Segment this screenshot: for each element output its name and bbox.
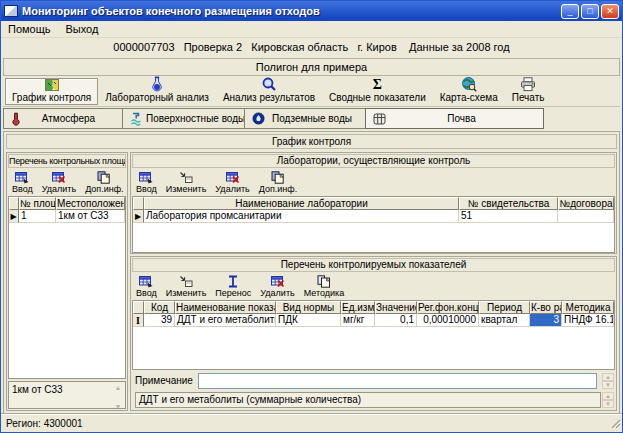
extra-info-icon	[271, 170, 285, 184]
indicators-edit-button[interactable]: Изменить	[166, 274, 207, 300]
title-bar: Мониторинг объектов конечного размещения…	[1, 1, 622, 21]
sites-table-row[interactable]: ▶ 1 1км от С33	[9, 210, 125, 223]
spinner-up-icon[interactable]: ▲	[602, 373, 614, 381]
spinner-down-icon[interactable]: ▼	[602, 381, 614, 389]
tab-surface-water-label: Поверхностные воды	[146, 113, 245, 124]
results-analysis-button[interactable]: Анализ результатов	[216, 78, 322, 105]
maximize-button[interactable]: □	[581, 4, 599, 19]
labs-info-button[interactable]: Доп.инф.	[259, 170, 297, 196]
sites-button-row: Ввод Удалить Доп.инф.	[7, 169, 127, 196]
sites-delete-button[interactable]: Удалить	[42, 170, 76, 196]
spinner-up-icon[interactable]: ▲	[602, 392, 614, 400]
schedule-button[interactable]: График контроля	[5, 78, 98, 105]
lab-name-cell[interactable]: Лаборатория промсанитарии	[144, 210, 459, 223]
site-location-memo[interactable]: 1км от С33	[8, 381, 126, 409]
indicators-method-button[interactable]: Методика	[304, 274, 345, 300]
fullname-spinner[interactable]: ▲ ▼	[602, 392, 614, 408]
close-button[interactable]: ✕	[601, 4, 619, 19]
indicator-times-cell-selected[interactable]: 3	[530, 314, 562, 327]
labs-delete-button-label: Удалить	[215, 184, 249, 194]
column-header-selector	[133, 301, 144, 314]
labs-add-button[interactable]: Ввод	[136, 170, 157, 196]
column-header-selector	[133, 197, 144, 210]
indicators-button-row: Ввод Изменить Перенос Удалить Методика	[131, 273, 616, 300]
tab-groundwater-label: Подземные воды	[269, 113, 365, 124]
indicators-table: Код Наименование показателя Вид нормы Ед…	[132, 300, 615, 370]
tab-surface-water[interactable]: Поверхностные воды	[122, 108, 245, 129]
column-header-norm-type: Вид нормы	[276, 301, 341, 314]
indicator-name-cell[interactable]: ДДТ и его метаболиты (сум.	[175, 314, 276, 327]
indicators-panel-title: Перечень контролируемых показателей	[132, 258, 615, 272]
labs-table-row[interactable]: ▶ Лаборатория промсанитарии 51	[133, 210, 614, 223]
sites-info-button[interactable]: Доп.инф.	[85, 170, 123, 196]
indicator-code-cell[interactable]: 39	[144, 314, 175, 327]
column-header-site-num: № площ.	[19, 197, 56, 210]
sigma-icon: Σ	[373, 78, 382, 92]
site-num-cell[interactable]: 1	[19, 210, 56, 223]
tab-soil-label: Почва	[390, 113, 543, 124]
method-doc-icon	[317, 274, 331, 288]
indicators-delete-button-label: Удалить	[260, 288, 294, 298]
indicators-table-row[interactable]: I 39 ДДТ и его метаболиты (сум. ПДК мг/к…	[133, 314, 614, 327]
lab-contract-cell[interactable]	[558, 210, 614, 223]
indicators-edit-button-label: Изменить	[166, 288, 207, 298]
indicator-unit-cell[interactable]: мг/кг	[341, 314, 375, 327]
labs-delete-button[interactable]: Удалить	[215, 170, 249, 196]
environment-tabs: Атмосфера Поверхностные воды Подземные в…	[3, 108, 620, 129]
lab-certificate-cell[interactable]: 51	[459, 210, 558, 223]
indicator-method-cell[interactable]: ПНДФ 16.1:2.2	[562, 314, 614, 327]
indicator-bg-conc-cell[interactable]: 0,00010000	[417, 314, 479, 327]
labs-panel: Лаборатории, осуществляющие контроль Вво…	[130, 152, 617, 254]
menu-exit[interactable]: Выход	[66, 23, 99, 35]
app-icon	[4, 5, 18, 17]
indicator-norm-cell[interactable]: ПДК	[276, 314, 341, 327]
indicator-period-cell[interactable]: квартал	[479, 314, 530, 327]
column-header-code: Код	[144, 301, 175, 314]
indicators-add-button[interactable]: Ввод	[136, 274, 157, 300]
sites-table-header: № площ. Местоположение	[9, 197, 125, 210]
record-info: 0000007703 Проверка 2 Кировская область …	[1, 38, 622, 57]
indicators-delete-button[interactable]: Удалить	[260, 274, 294, 300]
cell-cursor-icon: I	[133, 314, 144, 327]
note-input[interactable]	[198, 373, 597, 389]
extra-info-icon	[97, 170, 111, 184]
printer-icon	[520, 77, 536, 92]
scroll-up-icon[interactable]: ▲	[115, 384, 122, 391]
note-spinner[interactable]: ▲ ▼	[602, 373, 614, 389]
sites-add-button-label: Ввод	[12, 184, 33, 194]
column-header-certificate: № свидетельства	[459, 197, 558, 210]
indicators-add-button-label: Ввод	[136, 288, 157, 298]
indicators-transfer-button[interactable]: Перенос	[215, 274, 251, 300]
sites-table: № площ. Местоположение ▶ 1 1км от С33	[8, 196, 126, 379]
summary-button-label: Сводные показатели	[329, 92, 426, 103]
menu-help[interactable]: Помощь	[8, 23, 51, 35]
indicator-value-cell[interactable]: 0,1	[375, 314, 417, 327]
tab-atmosphere[interactable]: Атмосфера	[3, 108, 123, 129]
sites-add-button[interactable]: Ввод	[12, 170, 33, 196]
map-scheme-button-label: Карта-схема	[440, 92, 498, 103]
labs-button-row: Ввод Изменить Удалить Доп.инф.	[131, 169, 616, 196]
lab-analysis-button[interactable]: Лабораторный анализ	[98, 78, 216, 105]
labs-table-empty-area	[133, 223, 614, 252]
memo-scrollbar[interactable]: ▲ ▼	[112, 384, 124, 410]
thermometer-icon	[11, 112, 21, 126]
column-header-bg-conc: Рег.фон.конц	[417, 301, 479, 314]
tab-soil[interactable]: Почва	[365, 108, 544, 129]
spinner-down-icon[interactable]: ▼	[602, 400, 614, 408]
summary-button[interactable]: Σ Сводные показатели	[322, 78, 433, 105]
table-add-icon	[139, 170, 153, 184]
resize-grip-icon[interactable]	[609, 417, 621, 431]
indicators-method-button-label: Методика	[304, 288, 345, 298]
labs-edit-button[interactable]: Изменить	[166, 170, 207, 196]
row-selector-icon: ▶	[133, 210, 144, 223]
map-scheme-button[interactable]: Карта-схема	[433, 78, 505, 105]
site-location-cell[interactable]: 1км от С33	[56, 210, 125, 223]
tab-groundwater[interactable]: Подземные воды	[244, 108, 366, 129]
scroll-down-icon[interactable]: ▼	[115, 403, 122, 410]
minimize-button[interactable]: _	[561, 4, 579, 19]
menu-bar: Помощь Выход	[1, 21, 622, 38]
print-button[interactable]: Печать	[505, 78, 552, 105]
table-delete-icon	[226, 170, 240, 184]
soil-icon	[373, 113, 386, 125]
app-window: Мониторинг объектов конечного размещения…	[0, 0, 623, 433]
